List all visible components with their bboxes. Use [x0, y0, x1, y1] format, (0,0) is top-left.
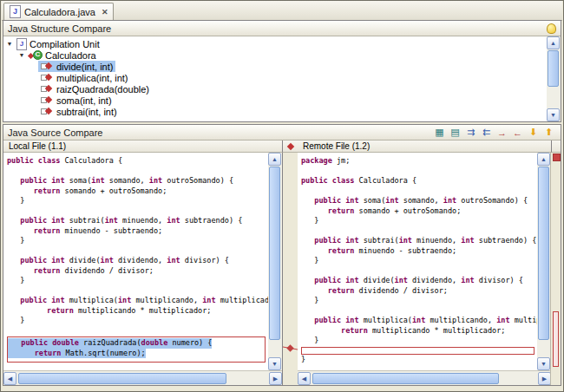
tree-item-label: subtrai(int, int) — [56, 107, 117, 117]
tree-item-calculadora[interactable]: ▼ C Calculadora — [3, 49, 547, 61]
code-line — [301, 266, 537, 277]
diff-connector-line — [283, 153, 298, 372]
code-line: public int soma(int somando, int outroSo… — [7, 176, 268, 186]
show-ancestor-pane-icon[interactable]: ▦ — [432, 126, 447, 139]
code-line: return somando + outroSomando; — [7, 186, 268, 197]
code-line: public double raizQuadrada(double numero… — [8, 338, 265, 349]
scrollbar-thumb[interactable] — [269, 167, 280, 340]
left-editor-vscrollbar[interactable]: ▲ ▼ — [268, 153, 282, 370]
remote-file-header: Remote File (1.2) — [298, 140, 552, 153]
scroll-left-button[interactable]: ◀ — [298, 372, 311, 385]
scroll-up-button[interactable]: ▲ — [268, 153, 281, 166]
scroll-down-button[interactable]: ▼ — [537, 357, 550, 370]
code-line: public int soma(int somando, int outroSo… — [301, 196, 537, 206]
scroll-up-button[interactable]: ▲ — [547, 36, 560, 49]
code-line — [301, 226, 537, 237]
code-line — [7, 167, 268, 177]
swap-left-right-icon[interactable]: ▤ — [448, 126, 462, 139]
scrollbar-thumb[interactable] — [312, 373, 499, 384]
source-compare-title: Java Source Compare — [8, 127, 102, 138]
diff-overview-ruler[interactable] — [550, 153, 561, 385]
tree-item-multiplica[interactable]: multiplica(int, int) — [3, 72, 547, 83]
structure-tree-scrollbar[interactable]: ▲ ▼ — [547, 36, 561, 121]
lightbulb-icon[interactable] — [547, 23, 556, 34]
local-file-editor[interactable]: public class Calculadora { public int so… — [4, 153, 268, 370]
code-line: public int divide(int dividendo, int div… — [301, 276, 537, 286]
scroll-right-button[interactable]: ▶ — [269, 372, 282, 385]
compilation-unit-icon: J — [16, 38, 27, 50]
tree-item-label: soma(int, int) — [56, 95, 112, 106]
change-icon — [41, 62, 54, 71]
code-line: public class Calculadora { — [301, 176, 537, 186]
change-icon — [41, 95, 54, 105]
compare-toolbar: ▦▤⇉⇇→←⬇⬆ — [432, 126, 556, 139]
copy-current-right-to-left-icon[interactable]: ← — [510, 126, 525, 139]
code-line — [301, 167, 537, 177]
scroll-down-button[interactable]: ▼ — [547, 108, 560, 121]
change-diamond-icon — [286, 142, 293, 149]
scroll-right-button[interactable]: ▶ — [538, 372, 551, 385]
scrollbar-thumb[interactable] — [18, 373, 226, 384]
structure-tree[interactable]: ▼ J Compilation Unit ▼ C Calculadora div… — [3, 36, 547, 121]
remote-file-editor[interactable]: package jm;public class Calculadora { pu… — [298, 153, 537, 370]
diff-marker-change[interactable] — [553, 311, 559, 367]
tab-calculadora-java[interactable]: J Calculadora.java ✕ — [3, 3, 114, 20]
left-editor-hscrollbar[interactable]: ◀ ▶ — [3, 370, 282, 385]
tree-item-label: multiplica(int, int) — [56, 73, 128, 83]
scrollbar-thumb[interactable] — [538, 167, 549, 340]
code-line — [7, 206, 268, 217]
code-line — [7, 246, 268, 257]
expander-icon[interactable]: ▼ — [17, 52, 26, 58]
right-editor-hscrollbar[interactable]: ◀ ▶ — [298, 370, 551, 385]
previous-difference-icon[interactable]: ⬆ — [541, 126, 556, 139]
scroll-up-button[interactable]: ▲ — [537, 153, 550, 166]
scroll-left-button[interactable]: ◀ — [3, 372, 16, 385]
code-line — [7, 326, 268, 336]
code-line: package jm; — [301, 156, 537, 167]
code-line: } — [301, 216, 537, 226]
right-editor-vscrollbar[interactable]: ▲ ▼ — [537, 153, 551, 370]
code-line: } — [301, 355, 537, 365]
change-icon — [41, 107, 54, 116]
local-file-header: Local File (1.1) — [3, 140, 283, 153]
code-line: return minuendo - subtraendo; — [7, 226, 268, 237]
java-file-icon: J — [10, 5, 21, 18]
code-line: } — [7, 236, 268, 246]
tree-item-divide[interactable]: divide(int, int) — [3, 61, 547, 72]
structure-compare-panel: Java Structure Compare ▼ J Compilation U… — [3, 20, 561, 122]
code-line: return multiplicando * multiplicador; — [301, 326, 537, 336]
tree-item-subtrai[interactable]: subtrai(int, int) — [3, 106, 547, 117]
compare-panes: public class Calculadora { public int so… — [3, 153, 561, 385]
tree-item-label: Calculadora — [45, 50, 96, 61]
tree-item-compilation-unit[interactable]: ▼ J Compilation Unit — [3, 38, 547, 49]
next-difference-icon[interactable]: ⬇ — [526, 126, 541, 139]
code-line — [7, 286, 268, 297]
right-change-box — [301, 347, 534, 355]
code-line: public int multiplica(int multiplicando,… — [7, 296, 268, 306]
copy-current-left-to-right-icon[interactable]: → — [495, 126, 509, 139]
code-line: public int multiplica(int multiplicando,… — [301, 316, 537, 326]
copy-all-right-to-left-icon[interactable]: ⇇ — [479, 126, 494, 139]
code-line: public int subtrai(int minuendo, int sub… — [301, 236, 537, 246]
tree-item-soma[interactable]: soma(int, int) — [3, 95, 547, 106]
scrollbar-thumb[interactable] — [548, 50, 559, 87]
tree-item-raizquadrada[interactable]: raizQuadrada(double) — [3, 83, 547, 95]
code-line: } — [7, 196, 268, 206]
code-line: return multiplicando * multiplicador; — [7, 306, 268, 317]
diff-marker-top[interactable] — [553, 154, 561, 161]
eclipse-compare-window: J Calculadora.java ✕ Java Structure Comp… — [0, 0, 564, 392]
code-line: } — [301, 336, 537, 346]
tree-item-label: divide(int, int) — [56, 62, 113, 72]
code-line — [301, 306, 537, 317]
code-line: return minuendo - subtraendo; — [301, 246, 537, 257]
source-compare-panel: Java Source Compare ▦▤⇉⇇→←⬇⬆ Local File … — [3, 124, 561, 386]
scroll-down-button[interactable]: ▼ — [268, 357, 281, 370]
tab-close-icon[interactable]: ✕ — [102, 8, 108, 16]
expander-icon[interactable]: ▼ — [5, 41, 14, 47]
copy-all-left-to-right-icon[interactable]: ⇉ — [463, 126, 478, 139]
code-line: } — [7, 276, 268, 286]
code-line: } — [301, 256, 537, 266]
diff-header-gutter — [283, 140, 298, 153]
code-line — [301, 186, 537, 197]
diff-gutter — [283, 153, 298, 385]
